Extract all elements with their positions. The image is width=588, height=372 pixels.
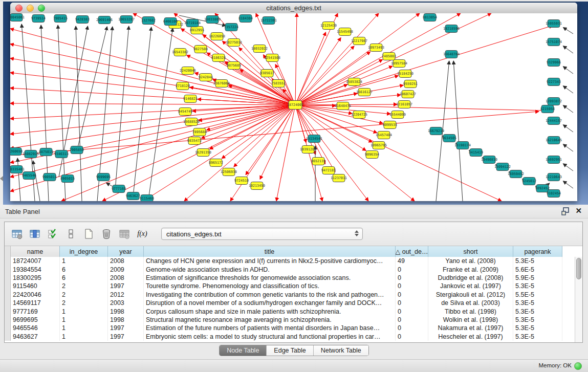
select-columns-icon[interactable] — [46, 227, 60, 241]
graph-node[interactable]: 15134541 — [306, 135, 322, 143]
graph-node[interactable]: 16679219 — [428, 127, 444, 135]
graph-node[interactable]: 10607427 — [400, 91, 416, 98]
table-row[interactable]: 977716911998Corpus callosum shape and si… — [5, 307, 575, 315]
graph-node[interactable]: 15955931 — [546, 20, 562, 28]
cell-short[interactable]: Jankovic et al. (1997) — [428, 282, 513, 290]
graph-node[interactable]: 9146821 — [183, 95, 198, 103]
cell-year[interactable]: 1997 — [108, 333, 144, 341]
column-header-title[interactable]: title — [144, 246, 396, 257]
network-canvas[interactable]: 1861612289129551822605818275013165433829… — [10, 13, 577, 201]
graph-node[interactable]: 9724510 — [234, 177, 249, 185]
graph-node[interactable]: 8215958 — [540, 105, 555, 113]
cell-pagerank[interactable]: 5.3E-5 — [513, 299, 562, 307]
graph-node[interactable]: 11648475 — [335, 102, 351, 110]
column-visibility-icon[interactable] — [28, 227, 42, 241]
cell-pagerank[interactable]: 5.5E-5 — [513, 291, 562, 299]
graph-node[interactable]: 9559251 — [403, 80, 418, 88]
graph-node[interactable]: 9739514 — [31, 15, 46, 23]
cell-short[interactable]: Yano et al. (2008) — [428, 257, 513, 265]
graph-node[interactable]: 11237011 — [331, 174, 347, 182]
graph-node[interactable]: 8454749 — [178, 108, 192, 116]
graph-node[interactable]: 7485083 — [382, 53, 396, 60]
cell-name[interactable]: 19384554 — [11, 265, 60, 273]
graph-node[interactable]: 15688520 — [183, 118, 200, 126]
graph-node[interactable]: 7905859 — [70, 146, 84, 154]
cell-short[interactable]: Franke et al. (2009) — [428, 265, 513, 273]
cell-out-de-[interactable]: 0 — [396, 265, 428, 273]
cell-name[interactable]: 9115460 — [11, 282, 60, 290]
graph-node[interactable]: 22420046 — [180, 67, 196, 75]
cell-out-de-[interactable]: 0 — [396, 324, 428, 332]
table-row[interactable]: 946362711997Embryonic stem cells: a mode… — [5, 333, 575, 341]
cell-title[interactable]: Estimation of significance thresholds fo… — [144, 274, 396, 282]
graph-node[interactable]: 6466100 — [163, 18, 178, 26]
delete-table-icon[interactable] — [117, 227, 132, 241]
cell-title[interactable]: Embryonic stem cells: a model to study s… — [144, 333, 396, 341]
table-selector-dropdown[interactable]: citations_edges.txt — [161, 228, 363, 240]
cell-short[interactable]: Dudbridge et al. (2008) — [428, 274, 513, 282]
cell-short[interactable]: Stergiakouli et al. (2012) — [428, 291, 513, 299]
cell-year[interactable]: 1997 — [108, 324, 144, 332]
cell-out-de-[interactable]: 0 — [396, 291, 428, 299]
cell-year[interactable]: 2012 — [108, 291, 144, 299]
graph-node[interactable]: 16291350 — [195, 149, 211, 157]
graph-node[interactable]: 12444157 — [546, 117, 562, 125]
graph-node[interactable]: 23676068 — [213, 80, 230, 87]
cell-name[interactable]: 18724007 — [11, 257, 60, 265]
cell-pagerank[interactable]: 5.3E-5 — [513, 316, 562, 324]
graph-node[interactable]: 9096354 — [365, 151, 379, 159]
graph-node[interactable]: 9115460 — [140, 195, 154, 202]
cell-year[interactable]: 2009 — [108, 265, 144, 273]
cell-year[interactable]: 2008 — [108, 274, 144, 282]
graph-node[interactable]: 18226058 — [209, 33, 225, 40]
graph-node[interactable]: 1327602 — [141, 17, 156, 25]
column-header-short[interactable]: short — [428, 246, 513, 257]
graph-node[interactable]: 16210645 — [546, 137, 562, 144]
cell-in-degree[interactable]: 1 — [60, 307, 108, 315]
cell-title[interactable]: Disruption of a novel member of a sodium… — [144, 299, 396, 307]
graph-node[interactable]: 18957584 — [391, 60, 407, 68]
cell-year[interactable]: 1997 — [108, 282, 144, 290]
cell-short[interactable]: Wolkin et al. (1998) — [428, 316, 513, 324]
graph-node[interactable]: 2718120 — [176, 82, 190, 90]
graph-node[interactable]: 15692951 — [546, 156, 562, 164]
graph-node[interactable]: 8099535 — [383, 121, 397, 129]
graph-node[interactable]: 9699695 — [96, 173, 111, 181]
row-height-icon[interactable] — [63, 227, 78, 241]
graph-node[interactable]: 10198174 — [454, 142, 471, 149]
graph-node[interactable]: 9245012 — [522, 178, 536, 185]
cell-pagerank[interactable]: 5.3E-5 — [513, 324, 562, 332]
graph-node[interactable]: 12210643 — [546, 173, 562, 181]
cell-in-degree[interactable]: 1 — [60, 324, 108, 332]
graph-node[interactable]: 9305617 — [260, 70, 274, 77]
graph-node[interactable]: 16616127 — [356, 89, 373, 96]
cell-title[interactable]: Corpus callosum shape and size in male p… — [144, 307, 396, 315]
graph-node[interactable]: 12204725 — [351, 111, 367, 119]
cell-title[interactable]: Tourette syndrome. Phenomenology and cla… — [144, 282, 396, 290]
graph-node[interactable]: 9905011 — [42, 173, 57, 181]
network-view-window[interactable]: citations_edges.txt 18616122891295518226… — [10, 3, 577, 201]
graph-node[interactable]: 7583551 — [271, 80, 286, 87]
table-row[interactable]: 911546021997Tourette syndrome. Phenomeno… — [5, 282, 575, 290]
graph-node[interactable]: 7357224 — [224, 24, 238, 31]
cell-year[interactable]: 1998 — [108, 307, 144, 315]
cell-in-degree[interactable]: 2 — [60, 291, 108, 299]
graph-node[interactable]: 12217987 — [351, 37, 367, 45]
table-row[interactable]: 946554611997Estimation of the future num… — [5, 324, 575, 332]
graph-node[interactable]: 7905415 — [53, 15, 68, 23]
table-settings-icon[interactable] — [10, 227, 24, 241]
cell-pagerank[interactable]: 5.3E-5 — [513, 307, 562, 315]
graph-node[interactable]: 9875685 — [227, 62, 241, 70]
function-builder-icon[interactable]: f(x) — [135, 227, 149, 241]
graph-node[interactable]: 12506938 — [221, 168, 237, 176]
graph-node[interactable]: 16648784 — [443, 51, 460, 58]
cell-pagerank[interactable]: 5.3E-5 — [513, 282, 562, 290]
table-row[interactable]: 2242004622012Investigating the contribut… — [5, 291, 575, 299]
graph-node[interactable]: 9242844 — [199, 74, 213, 81]
graph-node[interactable]: 2260650 — [10, 148, 23, 156]
cell-out-de-[interactable]: 0 — [396, 274, 428, 282]
cell-out-de-[interactable]: 49 — [396, 257, 428, 265]
cell-short[interactable]: Nakamura et al. (1997) — [428, 324, 513, 332]
cell-name[interactable]: 22420046 — [11, 291, 60, 299]
graph-node[interactable]: 19218596 — [443, 25, 460, 33]
